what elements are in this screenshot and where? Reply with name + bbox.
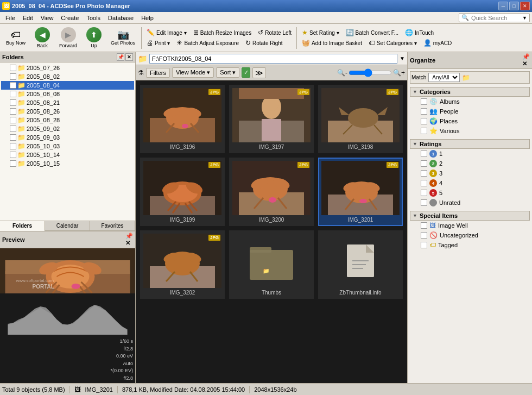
menu-view[interactable]: View [37,14,57,22]
folders-close-button[interactable]: ✕ [125,53,133,61]
folder-item-2005_08_26[interactable]: 📁 2005_08_26 [1,107,134,116]
up-button[interactable]: ⬆ Up [82,26,106,51]
unrated-checkbox[interactable] [421,199,427,206]
org-rating-3[interactable]: 3 3 [410,168,530,178]
sort-button[interactable]: Sort ▾ [216,67,239,78]
ratings-header[interactable]: ▼ Ratings [410,139,530,149]
folder-item-2005_10_14[interactable]: 📁 2005_10_14 [1,151,134,159]
org-albums[interactable]: 💿 Albums [410,97,530,106]
rating1-checkbox[interactable] [421,151,427,157]
thumb-item-img3196[interactable]: JPGIMG_3196 [140,85,225,153]
menu-create[interactable]: Create [58,14,82,22]
folder-item-2005_08_28[interactable]: 📁 2005_08_28 [1,116,134,124]
forward-button[interactable]: ▶ Forward [55,26,81,51]
places-checkbox[interactable] [421,118,427,124]
folder-item-2005_08_02[interactable]: 📁 2005_08_02 [1,72,134,81]
org-people[interactable]: 👥 People [410,106,530,116]
folder-checkbox[interactable] [10,152,16,158]
menu-edit[interactable]: Edit [20,14,36,22]
folder-item-2005_10_03[interactable]: 📁 2005_10_03 [1,142,134,151]
view-mode-button[interactable]: View Mode ▾ [172,67,214,78]
thumb-item-img3199[interactable]: JPGIMG_3199 [140,158,225,226]
org-uncategorized[interactable]: 🚫 Uncategorized [410,230,530,240]
more-options-button[interactable]: ≫ [252,67,266,78]
folder-checkbox[interactable] [10,126,16,132]
org-rating-1[interactable]: 1 1 [410,149,530,159]
preview-close-button[interactable]: ✕ [125,240,133,247]
folder-item-2005_09_02[interactable]: 📁 2005_09_02 [1,124,134,133]
batch-adjust-button[interactable]: ☀ Batch Adjust Exposure [174,38,242,48]
rotate-right-button[interactable]: ↻ Rotate Right [243,38,286,48]
thumb-item-thumbs[interactable]: 📁 Thumbs [229,230,314,299]
org-various[interactable]: ⭐ Various [410,126,530,136]
get-photos-button[interactable]: 📷 Get Photos [107,26,139,51]
add-to-basket-button[interactable]: 🧺 Add to Image Basket [299,38,365,48]
print-button[interactable]: 🖨 Print ▾ [144,38,173,48]
special-items-header[interactable]: ▼ Special Items [410,211,530,221]
rating4-checkbox[interactable] [421,180,427,186]
tab-calendar[interactable]: Calendar [45,221,90,231]
back-button[interactable]: ◀ Back [30,26,54,51]
thumb-item-zbthumbnail[interactable]: ZbThumbnail.info [318,230,403,299]
tab-folders[interactable]: Folders [0,221,45,231]
folder-checkbox[interactable] [10,160,16,167]
folder-checkbox[interactable] [10,117,16,123]
people-checkbox[interactable] [421,108,427,115]
folder-checkbox[interactable] [10,65,16,71]
folder-item-2005_07_26[interactable]: 📁 2005_07_26 [1,64,134,72]
org-unrated[interactable]: Unrated [410,198,530,208]
folder-checkbox[interactable] [10,108,16,115]
folder-checkbox[interactable] [10,143,16,149]
buy-now-button[interactable]: 🏷 Buy Now [2,26,29,51]
tab-favorites[interactable]: Favorites [90,221,135,231]
image-well-checkbox[interactable] [421,222,427,229]
tagged-checkbox[interactable] [421,242,427,248]
org-rating-5[interactable]: 5 5 [410,188,530,198]
edit-image-button[interactable]: ✏️ Edit Image ▾ [144,28,189,37]
folder-checkbox[interactable] [10,134,16,141]
menu-database[interactable]: Database [105,14,137,22]
folder-tree[interactable]: 📁 2005_07_26 📁 2005_08_02 📁 2005_08_04 📁… [0,62,135,221]
folder-checkbox[interactable] [10,82,16,89]
zoom-in-icon[interactable]: 🔍+ [393,69,405,77]
zoom-out-icon[interactable]: 🔍- [337,69,347,77]
folders-pin-button[interactable]: 📌 [117,53,124,61]
set-categories-button[interactable]: 🏷 Set Categories ▾ [366,38,420,48]
thumb-item-img3200[interactable]: JPGIMG_3200 [229,158,314,226]
org-image-well[interactable]: 🖼 Image Well [410,221,530,230]
albums-checkbox[interactable] [421,98,427,105]
organize-pin-button[interactable]: 📌 [522,53,530,60]
path-input[interactable] [149,54,397,64]
myacd-button[interactable]: 👤 myACD [421,38,454,48]
filters-button[interactable]: Filters [146,68,170,78]
zoom-range[interactable] [349,69,392,77]
org-rating-2[interactable]: 2 2 [410,159,530,168]
thumb-item-img3197[interactable]: JPGIMG_3197 [229,85,314,153]
maximize-button[interactable]: □ [509,2,519,10]
close-button[interactable]: ✕ [520,2,530,10]
thumb-item-img3198[interactable]: JPGIMG_3198 [318,85,403,153]
batch-resize-button[interactable]: ⊞ Batch Resize Images [191,28,255,37]
folder-checkbox[interactable] [10,91,16,97]
search-input[interactable] [471,15,520,21]
thumb-item-img3201[interactable]: JPGIMG_3201 [318,158,403,226]
folder-checkbox[interactable] [10,99,16,106]
menu-file[interactable]: File [2,14,18,22]
set-rating-button[interactable]: ★ Set Rating ▾ [299,28,341,37]
rating3-checkbox[interactable] [421,170,427,177]
quick-search[interactable]: 🔍 ▼ [459,13,530,22]
thumb-item-img3202[interactable]: JPGIMG_3202 [140,230,225,299]
preview-pin-button[interactable]: 📌 [125,233,133,240]
folder-item-2005_10_15[interactable]: 📁 2005_10_15 [1,159,134,168]
uncategorized-checkbox[interactable] [421,232,427,239]
org-tagged[interactable]: 🏷 Tagged [410,240,530,250]
rotate-left-button[interactable]: ↺ Rotate Left [255,28,294,37]
batch-convert-button[interactable]: 🔄 Batch Convert F... [343,28,401,37]
organize-close-button[interactable]: ✕ [522,60,530,67]
org-places[interactable]: 🌍 Places [410,116,530,126]
various-checkbox[interactable] [421,128,427,134]
org-rating-4[interactable]: 4 4 [410,178,530,188]
folder-item-2005_08_21[interactable]: 📁 2005_08_21 [1,98,134,107]
folder-item-2005_09_03[interactable]: 📁 2005_09_03 [1,133,134,142]
folder-checkbox[interactable] [10,73,16,80]
